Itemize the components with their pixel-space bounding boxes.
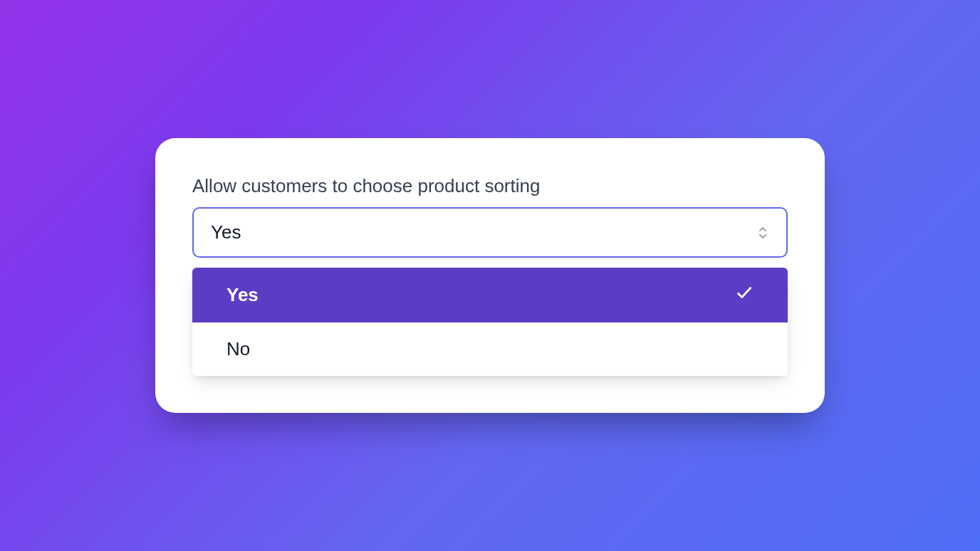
settings-card: Allow customers to choose product sortin… — [155, 138, 825, 413]
select-dropdown[interactable]: Yes — [192, 207, 788, 258]
select-label: Allow customers to choose product sortin… — [192, 175, 788, 197]
option-yes[interactable]: Yes — [192, 268, 788, 322]
check-icon — [735, 283, 754, 307]
option-no[interactable]: No — [192, 322, 788, 376]
option-label: No — [226, 338, 250, 360]
option-label: Yes — [226, 284, 259, 306]
select-value: Yes — [211, 221, 241, 243]
chevron-up-down-icon — [756, 225, 769, 241]
dropdown-options: Yes No — [192, 268, 788, 376]
